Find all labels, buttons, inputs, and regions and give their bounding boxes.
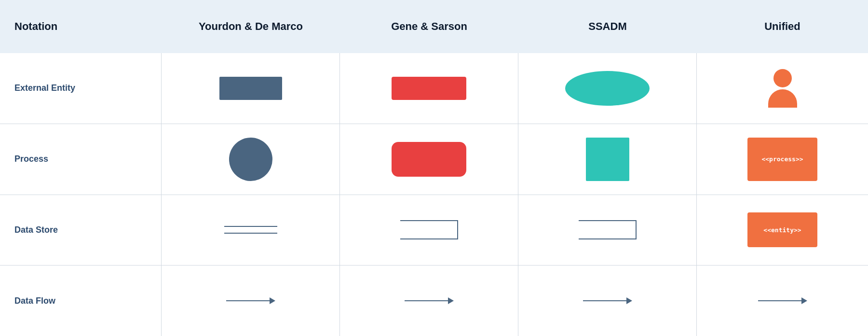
header-notation: Notation [0,20,162,33]
yourdon-external-entity-shape [219,77,282,100]
person-body [768,89,797,108]
yourdon-arrow [226,297,275,304]
gene-arrow [405,297,454,304]
gene-data-store-shape [400,220,458,239]
gene-process [340,124,518,195]
ssadm-data-store-shape [579,220,637,239]
ssadm-external-entity [518,53,697,124]
ssadm-process [518,124,697,195]
yourdon-external-entity [162,53,340,124]
unified-process-shape: <<process>> [747,138,817,181]
gene-external-entity-shape [392,77,466,100]
gene-data-store [340,195,518,266]
unified-process: <<process>> [697,124,868,195]
gene-process-shape [392,142,466,177]
unified-data-flow [697,266,868,336]
yourdon-data-store [162,195,340,266]
gene-data-flow [340,266,518,336]
ssadm-arrow [583,297,632,304]
header-row: Notation Yourdon & De Marco Gene & Sarso… [0,0,868,53]
label-data-flow: Data Flow [0,266,162,336]
header-ssadm: SSADM [518,20,697,33]
label-process: Process [0,124,162,195]
dfd-notation-table: Notation Yourdon & De Marco Gene & Sarso… [0,0,868,336]
unified-data-store-shape: <<entity>> [747,212,817,247]
yourdon-data-flow [162,266,340,336]
yourdon-process-shape [229,138,272,181]
yourdon-process [162,124,340,195]
header-yourdon: Yourdon & De Marco [162,20,340,33]
body-rows: External Entity Process [0,53,868,336]
unified-person-icon [768,69,797,108]
person-head [773,69,792,87]
row-process: Process <<process>> [0,124,868,195]
label-data-store: Data Store [0,195,162,266]
unified-arrow [758,297,807,304]
row-data-flow: Data Flow [0,266,868,336]
row-data-store: Data Store <<entity>> [0,195,868,266]
ssadm-external-entity-shape [565,71,650,106]
ssadm-data-flow [518,266,697,336]
unified-external-entity [697,53,868,124]
ssadm-data-store [518,195,697,266]
label-external-entity: External Entity [0,53,162,124]
gene-external-entity [340,53,518,124]
header-gene: Gene & Sarson [340,20,518,33]
yourdon-data-store-shape [224,226,277,234]
ssadm-process-shape [586,138,629,181]
unified-data-store: <<entity>> [697,195,868,266]
row-external-entity: External Entity [0,53,868,124]
header-unified: Unified [697,20,868,33]
